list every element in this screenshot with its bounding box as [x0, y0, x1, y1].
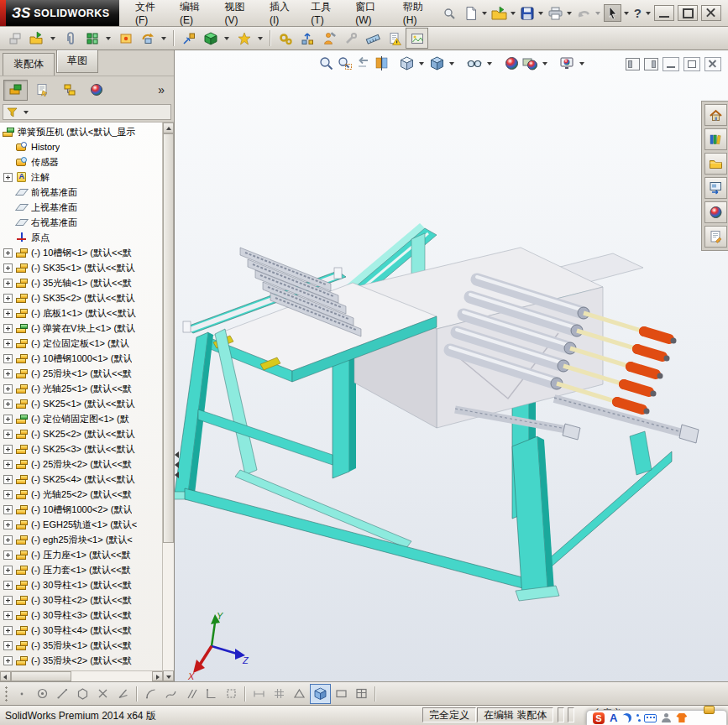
tree-item[interactable]: (-) SK35<1> (默认<<默认 [0, 260, 162, 275]
smart-fasteners-icon[interactable] [115, 29, 136, 48]
tree-item[interactable]: (-) SK25<1> (默认<<默认 [0, 396, 162, 411]
tree-root-item[interactable]: 弹簧预压机 (默认<默认_显示 [0, 124, 162, 139]
ime-account-icon[interactable] [662, 713, 671, 722]
tree-item[interactable]: (-) 30导柱<4> (默认<<默 [0, 623, 162, 638]
resources-home-icon[interactable] [704, 104, 727, 126]
tree-item[interactable]: 右视基准面 [0, 215, 162, 230]
print-button[interactable] [547, 5, 564, 22]
tree-item-label[interactable]: (-) 35滑块<2> (默认<<默 [31, 655, 132, 667]
tree-item-label[interactable]: (-) 10槽钢1000<2> (默认 [31, 503, 132, 516]
doc-minimize-button[interactable] [663, 57, 679, 71]
motion-study-icon[interactable] [275, 29, 296, 48]
tree-root-label[interactable]: 弹簧预压机 (默认<默认_显示 [18, 126, 135, 138]
new-document-button[interactable] [463, 5, 479, 22]
feature-tree-tab-icon[interactable] [3, 80, 28, 101]
tree-item[interactable]: (-) SK25<2> (默认<<默认 [0, 426, 162, 441]
ime-fullhalf-moon-icon[interactable] [622, 713, 631, 722]
large-assembly-mode-icon[interactable] [406, 28, 428, 49]
expander-icon[interactable] [3, 460, 13, 469]
appearances-scenes-icon[interactable] [704, 201, 727, 223]
circle-tool-icon[interactable] [33, 685, 52, 703]
tree-item[interactable]: (-) 35滑块<1> (默认<<默 [0, 638, 162, 653]
expander-icon[interactable] [3, 309, 13, 318]
ime-skin-icon[interactable] [676, 713, 687, 722]
save-dropdown-caret[interactable] [538, 12, 543, 15]
tab-assembly[interactable]: 装配体 [3, 53, 55, 76]
expander-icon[interactable] [3, 641, 13, 650]
expander-icon[interactable] [3, 294, 13, 303]
tangent-arc-icon[interactable] [141, 685, 160, 703]
inactive-tool-icon[interactable] [340, 29, 361, 48]
grid-snap-icon[interactable] [270, 685, 289, 703]
tree-item[interactable]: (-) 35滑块<2> (默认<<默 [0, 653, 162, 668]
tree-horizontal-scrollbar[interactable] [0, 670, 163, 681]
hide-show-items-icon[interactable] [465, 55, 484, 72]
display-style-icon[interactable] [428, 55, 446, 72]
display-style-caret[interactable] [449, 62, 454, 65]
tree-item-label[interactable]: (-) 10槽钢<1> (默认<<默 [31, 247, 132, 259]
point-tool-icon[interactable] [13, 685, 32, 703]
tree-item-label[interactable]: 原点 [31, 232, 50, 244]
tree-item[interactable]: (-) 定位销固定图<1> (默 [0, 411, 162, 426]
tree-item-label[interactable]: (-) egh25滑块<1> (默认< [31, 534, 133, 546]
zoom-to-fit-icon[interactable] [317, 55, 335, 72]
smart-dimension-icon[interactable] [249, 685, 269, 703]
tree-item[interactable]: (-) 10槽钢1000<1> (默认 [0, 351, 162, 366]
horizontal-scroll-thumb[interactable] [11, 671, 71, 681]
file-explorer-icon[interactable] [704, 153, 727, 175]
expander-icon[interactable] [3, 445, 13, 454]
tree-item[interactable]: History [0, 139, 162, 154]
assembly-features-icon[interactable] [200, 29, 221, 48]
menu-item[interactable]: 插入(I) [262, 0, 303, 29]
exploded-view-icon[interactable] [296, 29, 317, 48]
display-manager-tab-icon[interactable] [84, 80, 108, 101]
hide-show-caret[interactable] [487, 62, 492, 65]
expander-icon[interactable] [3, 611, 13, 620]
trim-entities-icon[interactable] [93, 685, 113, 703]
tree-item-label[interactable]: (-) 30导柱<3> (默认<<默 [31, 609, 132, 622]
tree-item-label[interactable]: (-) SK25<1> (默认<<默认 [31, 398, 135, 410]
expander-icon[interactable] [3, 430, 13, 439]
expander-icon[interactable] [3, 369, 13, 378]
custom-properties-icon[interactable] [704, 226, 727, 248]
select-dropdown-caret[interactable] [624, 12, 629, 15]
insert-components-caret[interactable] [50, 37, 55, 40]
edit-appearance-icon[interactable] [503, 55, 521, 72]
expander-icon[interactable] [3, 354, 13, 363]
menu-item[interactable]: 工具(T) [303, 0, 348, 29]
menu-item[interactable]: 视图(V) [217, 0, 262, 29]
previous-view-icon[interactable] [354, 55, 372, 72]
doc-close-button[interactable] [704, 57, 721, 71]
expander-icon[interactable] [3, 279, 13, 288]
configuration-manager-tab-icon[interactable] [57, 80, 81, 101]
tree-item-label[interactable]: (-) 25滑块<2> (默认<<默 [31, 458, 132, 471]
sketch-angle-icon[interactable] [113, 685, 133, 703]
tree-item-label[interactable]: (-) SK25<4> (默认<<默认 [31, 473, 135, 486]
expander-icon[interactable] [3, 581, 13, 590]
menu-item[interactable]: 窗口(W) [348, 0, 395, 29]
tree-item-label[interactable]: (-) 定位固定板<1> (默认 [31, 337, 129, 350]
expander-icon[interactable] [3, 248, 13, 258]
tree-item[interactable]: (-) 光轴25<2> (默认<<默 [0, 487, 162, 502]
tree-item-label[interactable]: (-) EGH25轨道<1> (默认< [31, 519, 137, 531]
move-component-icon[interactable] [137, 29, 158, 48]
collapse-right-pane-icon[interactable] [644, 58, 658, 70]
mass-properties-icon[interactable] [384, 29, 405, 48]
component-pattern-icon[interactable] [81, 29, 102, 48]
move-with-triad-icon[interactable] [178, 29, 199, 48]
tree-item[interactable]: 传感器 [0, 154, 162, 170]
measure-icon[interactable] [362, 29, 383, 48]
view-orientation-icon[interactable] [398, 55, 416, 72]
expander-icon[interactable] [3, 324, 13, 333]
design-table-icon[interactable] [352, 685, 371, 703]
apply-scene-icon[interactable] [521, 55, 539, 72]
tree-item-label[interactable]: (-) SK35<2> (默认<<默认 [31, 292, 135, 305]
notification-mini-icon[interactable] [704, 706, 715, 714]
expander-icon[interactable] [3, 656, 13, 665]
tree-item-label[interactable]: (-) 光轴25<2> (默认<<默 [31, 488, 132, 501]
tree-item[interactable]: (-) 压力座<1> (默认<<默 [0, 547, 162, 562]
tree-item[interactable]: (-) 30导柱<1> (默认<<默 [0, 577, 162, 592]
toolbar-drag-handle[interactable] [4, 686, 8, 702]
corner-rectangle-icon[interactable] [202, 685, 221, 703]
design-library-icon[interactable] [704, 128, 727, 150]
